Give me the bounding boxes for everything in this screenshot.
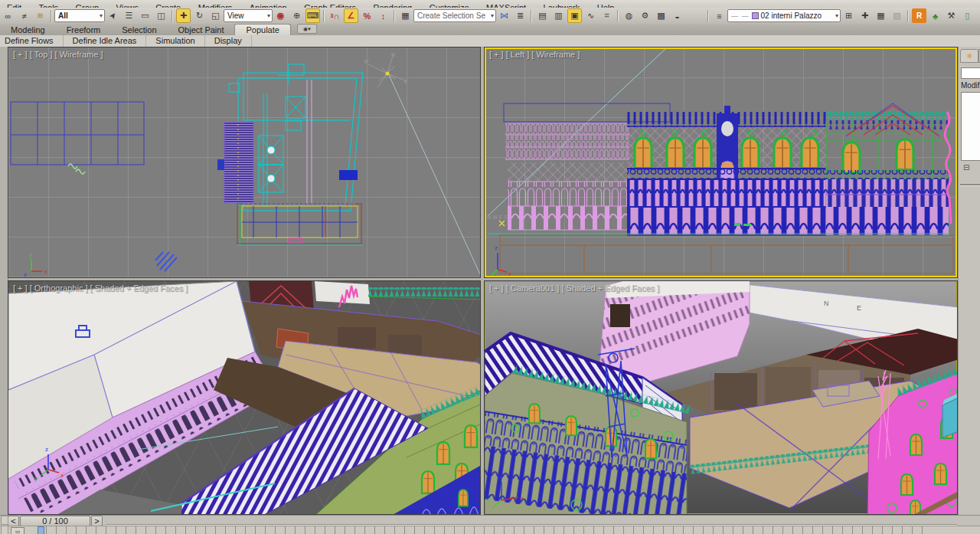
viewport-orthographic-label[interactable]: [ + ] [ Orthographic ] [ Shaded + Edged …	[13, 283, 188, 293]
select-by-name-icon[interactable]: ☰	[122, 8, 136, 23]
toolbar-separator	[394, 10, 395, 22]
select-and-rotate-icon[interactable]: ↻	[192, 8, 207, 23]
panel-define-flows[interactable]: Define Flows	[0, 35, 64, 47]
viewport-camera001[interactable]: [ + ] [ Camera001 ] [ Shaded + Edged Fac…	[484, 280, 958, 515]
pin-stack-icon[interactable]: ⊟	[963, 163, 969, 172]
compass-rose	[368, 54, 407, 87]
create-new-layer-icon[interactable]: ⊞	[841, 8, 856, 23]
toolbar-separator	[707, 10, 709, 22]
curve-editor-icon[interactable]: ∿	[583, 8, 598, 23]
align-icon[interactable]: ≣	[513, 8, 528, 23]
viewport-camera001-scene: N E	[485, 281, 958, 515]
material-editor-icon[interactable]: ◍	[622, 8, 636, 23]
main-toolbar: ∞ ≠ ≋ All ▾ ➤ ☰ ▭ ◫ ✚ ↻ ◱ View ▾ ◉ ⊕ ⌨ 3…	[0, 8, 980, 24]
command-panel: ✳ Modif ⊟	[958, 47, 980, 515]
selection-filter-dropdown[interactable]: All ▾	[54, 9, 105, 22]
manage-layers-icon[interactable]: ≡	[712, 8, 727, 23]
toolbar-separator	[51, 10, 52, 22]
toggle-layer-explorer-icon[interactable]: ▥	[551, 8, 566, 23]
render-setup-icon[interactable]: ⚙	[638, 8, 652, 23]
unlink-selection-icon[interactable]: ≠	[17, 8, 31, 23]
panel-define-idle-areas[interactable]: Define Idle Areas	[64, 35, 147, 47]
previous-frame-button[interactable]: <	[8, 516, 19, 526]
chevron-down-icon: ▾	[833, 12, 838, 19]
time-slider-handle[interactable]: 0 / 100	[20, 516, 90, 526]
select-object-icon[interactable]: ➤	[103, 5, 122, 25]
svg-text:z: z	[498, 473, 501, 480]
render-production-icon[interactable]: ◒	[670, 8, 684, 23]
base-platform	[500, 235, 953, 274]
layer-dropdown[interactable]: — — 02 interni Palazzo ▾	[727, 9, 841, 22]
named-selection-set-dropdown[interactable]: Create Selection Se ▾	[413, 9, 496, 22]
rectangular-selection-region-icon[interactable]: ▭	[138, 8, 152, 23]
modifier-stack-list[interactable]	[961, 92, 980, 161]
object-name-field[interactable]	[961, 67, 980, 79]
viewport-top-label[interactable]: [ + ] [ Top ] [ Wireframe ]	[13, 50, 103, 59]
svg-text:x: x	[60, 472, 64, 479]
edit-named-selection-sets-icon[interactable]: ▦	[398, 8, 413, 23]
3dsmax-window: Edit Tools Group Views Create Modifiers …	[0, 0, 980, 534]
add-selection-to-layer-icon[interactable]: ✚	[858, 8, 872, 23]
select-and-scale-icon[interactable]: ◱	[208, 8, 223, 23]
toolbar-separator	[323, 10, 325, 22]
toolbar-separator	[172, 10, 173, 22]
mini-curve-editor-button[interactable]: ▭	[11, 527, 24, 534]
tab-selection[interactable]: Selection	[111, 25, 167, 35]
corner-button[interactable]	[1, 526, 8, 534]
reference-coordinate-dropdown[interactable]: View ▾	[224, 9, 273, 22]
bind-to-space-warp-icon[interactable]: ≋	[33, 8, 47, 23]
toolbar-separator	[907, 10, 909, 22]
laubwerk-plant-icon[interactable]: ♣	[928, 8, 942, 23]
compass-e-label: E	[404, 79, 408, 84]
viewport-top[interactable]: [ + ] [ Top ] [ Wireframe ]	[8, 47, 481, 278]
window-crossing-icon[interactable]: ◫	[154, 8, 168, 23]
layer-color-swatch	[752, 12, 759, 19]
toggle-ribbon-icon[interactable]: ▣	[567, 8, 582, 23]
tab-populate[interactable]: Populate	[234, 24, 290, 35]
viewport-left-label[interactable]: [ + ] [ Left ] [ Wireframe ]	[489, 50, 580, 59]
doge-facade-center	[627, 106, 826, 235]
modifier-list-dropdown[interactable]: Modif	[961, 81, 980, 90]
tab-object-paint[interactable]: Object Paint	[168, 25, 235, 35]
set-current-layer-icon[interactable]: ▧	[890, 8, 904, 23]
viewport-left[interactable]: [ + ] [ Left ] [ Wireframe ]	[484, 47, 958, 278]
viewport-camera001-label[interactable]: [ + ] [ Camera001 ] [ Shaded + Edged Fac…	[489, 283, 659, 293]
percent-snap-icon[interactable]: %	[360, 8, 374, 23]
rendered-frame-window-icon[interactable]: ▩	[654, 8, 668, 23]
mirror-icon[interactable]: ⋈	[497, 8, 511, 23]
graphite-tool-icon[interactable]: R	[912, 8, 926, 23]
toggle-scene-explorer-icon[interactable]: ▤	[535, 8, 550, 23]
use-pivot-point-center-icon[interactable]: ◉	[273, 8, 288, 23]
select-and-manipulate-icon[interactable]: ⊕	[289, 8, 304, 23]
viewport-left-scene: N W E S z x	[485, 48, 958, 278]
select-and-link-icon[interactable]: ∞	[1, 8, 15, 23]
panel-display[interactable]: Display	[205, 35, 252, 47]
axis-gizmo: z x	[492, 244, 511, 277]
angle-snap-icon[interactable]: ∠	[344, 8, 358, 23]
schematic-view-icon[interactable]: ⌗	[599, 8, 614, 23]
procuratie-wing	[505, 123, 629, 230]
time-slider-track[interactable]	[106, 521, 957, 525]
ribbon-flyout-button[interactable]: ◉▾	[297, 24, 317, 34]
track-bar-ticks	[46, 526, 926, 534]
selection-filter-value: All	[58, 11, 68, 20]
annotation-scribble	[155, 252, 177, 271]
create-tab[interactable]: ✳	[960, 49, 978, 63]
corner-button[interactable]	[1, 516, 8, 525]
snap-toggle-3d-icon[interactable]: 3∩	[328, 8, 342, 23]
keyboard-shortcut-override-icon[interactable]: ⌨	[305, 8, 320, 23]
spinner-snap-icon[interactable]: ↕	[376, 8, 390, 23]
compass-n-label: N	[824, 300, 829, 307]
side-panel-toggle-icon[interactable]: ▯	[960, 8, 975, 23]
tab-freeform[interactable]: Freeform	[56, 25, 112, 35]
current-frame-marker[interactable]	[38, 526, 44, 534]
viewport-orthographic[interactable]: [ + ] [ Orthographic ] [ Shaded + Edged …	[8, 280, 481, 515]
next-frame-button[interactable]: >	[91, 516, 103, 526]
panel-simulation[interactable]: Simulation	[146, 35, 204, 47]
tab-modeling[interactable]: Modeling	[0, 25, 56, 35]
hammer-tool-icon[interactable]: ⚒	[944, 8, 959, 23]
svg-text:x: x	[508, 270, 511, 277]
select-objects-in-layer-icon[interactable]: ▦	[874, 8, 888, 23]
select-and-move-icon[interactable]: ✚	[176, 8, 191, 23]
track-bar[interactable]: ▭	[0, 526, 980, 534]
